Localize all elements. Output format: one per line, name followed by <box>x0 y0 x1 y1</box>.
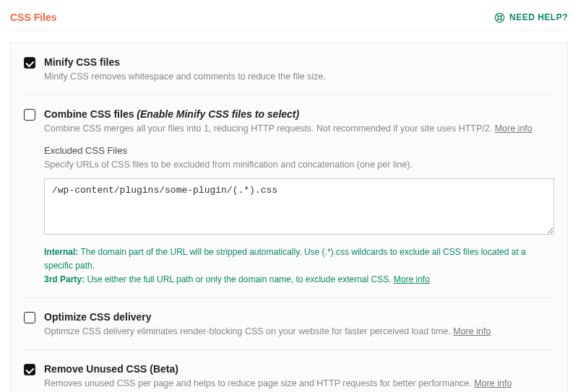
options-panel: Minify CSS files Minify CSS removes whit… <box>10 43 568 392</box>
combine-more-info-link[interactable]: More info <box>495 123 532 134</box>
remove-unused-checkbox[interactable] <box>24 364 35 375</box>
svg-line-4 <box>501 14 503 17</box>
note-3rdparty-text: Use either the full URL path or only the… <box>87 274 391 284</box>
svg-line-2 <box>496 14 499 17</box>
excluded-title: Excluded CSS Files <box>44 145 554 156</box>
combine-checkbox[interactable] <box>24 109 35 121</box>
combine-title-hint: (Enable Minify CSS files to select) <box>137 108 299 120</box>
combine-desc: Combine CSS merges all your files into 1… <box>44 123 492 134</box>
remove-unused-title: Remove Unused CSS (Beta) <box>44 363 554 375</box>
svg-line-5 <box>496 19 499 21</box>
optimize-title: Optimize CSS delivery <box>44 311 554 323</box>
combine-title-line: Combine CSS files (Enable Minify CSS fil… <box>44 108 554 120</box>
option-minify: Minify CSS files Minify CSS removes whit… <box>24 43 554 95</box>
minify-title: Minify CSS files <box>44 56 554 68</box>
optimize-desc-line: Optimize CSS delivery eliminates render-… <box>44 325 554 338</box>
combine-title: Combine CSS files <box>44 108 134 120</box>
need-help-button[interactable]: NEED HELP? <box>494 12 568 23</box>
section-title: CSS Files <box>10 12 57 23</box>
note-internal-text: The domain part of the URL will be strip… <box>44 247 526 271</box>
minify-desc: Minify CSS removes whitespace and commen… <box>44 70 554 83</box>
option-optimize: Optimize CSS delivery Optimize CSS deliv… <box>24 297 554 349</box>
option-remove-unused: Remove Unused CSS (Beta) Removes unused … <box>24 349 554 392</box>
optimize-checkbox[interactable] <box>24 312 35 323</box>
optimize-desc: Optimize CSS delivery eliminates render-… <box>44 326 451 336</box>
note-internal-label: Internal: <box>44 247 78 257</box>
excluded-more-info-link[interactable]: More info <box>394 274 430 284</box>
optimize-more-info-link[interactable]: More info <box>453 326 491 336</box>
need-help-label: NEED HELP? <box>509 12 568 22</box>
lifering-icon <box>494 12 505 23</box>
option-combine: Combine CSS files (Enable Minify CSS fil… <box>24 95 554 297</box>
remove-unused-desc: Removes unused CSS per page and helps to… <box>44 378 472 388</box>
section-header: CSS Files NEED HELP? <box>10 7 568 31</box>
excluded-css-textarea[interactable] <box>44 178 554 235</box>
excluded-notes: Internal: The domain part of the URL wil… <box>44 245 554 286</box>
excluded-css-section: Excluded CSS Files Specify URLs of CSS f… <box>24 145 554 286</box>
remove-unused-desc-line: Removes unused CSS per page and helps to… <box>44 377 554 390</box>
note-3rdparty-label: 3rd Party: <box>44 274 85 284</box>
svg-line-3 <box>501 19 503 21</box>
excluded-desc: Specify URLs of CSS files to be excluded… <box>44 158 554 171</box>
minify-checkbox[interactable] <box>24 57 35 69</box>
combine-desc-line: Combine CSS merges all your files into 1… <box>44 122 554 135</box>
remove-unused-more-info-link[interactable]: More info <box>474 378 512 388</box>
